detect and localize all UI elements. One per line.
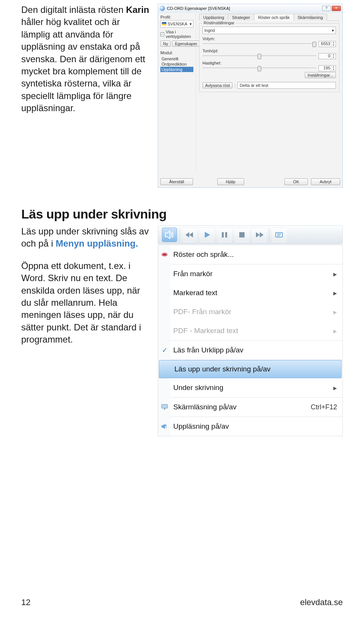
- menu-item-label: Läs från Urklipp på/av: [173, 346, 243, 354]
- menu-item-read-while-typing[interactable]: Läs upp under skrivning på/av: [159, 360, 342, 378]
- ok-button[interactable]: OK: [284, 178, 308, 185]
- svg-rect-1: [225, 232, 227, 237]
- menu-item-label: Från markör: [173, 270, 212, 278]
- svg-point-5: [163, 254, 166, 255]
- pitch-label: Tonhöjd:: [202, 49, 336, 53]
- module-label: Modul:: [160, 50, 193, 55]
- monitor-icon: [160, 403, 169, 411]
- stop-button[interactable]: [234, 228, 249, 242]
- reading-menu: Röster och språk... Från markör ▸ Marker…: [158, 245, 343, 436]
- body-paragraph-1: Den digitalt inlästa rösten Karin håller…: [21, 4, 150, 115]
- menu-item-while-typing[interactable]: Under skrivning ▸: [158, 378, 342, 397]
- help-button[interactable]: Hjälp: [217, 178, 244, 185]
- module-item-reading[interactable]: Uppläsning: [160, 67, 193, 72]
- new-button[interactable]: Ny: [160, 41, 171, 47]
- txt: håller hög kvalitet och är lämplig att a…: [21, 17, 145, 113]
- speed-value[interactable]: 195▲▼: [318, 65, 336, 71]
- voice-value: Ingrid: [204, 28, 215, 33]
- profile-label: Profil:: [160, 15, 193, 19]
- menu-item-label: Under skrivning: [173, 384, 223, 392]
- tab-strip: Uppläsning Strategier Röster och språk S…: [199, 13, 339, 21]
- menu-item-label: Läs upp under skrivning på/av: [174, 365, 271, 373]
- show-in-toolbar-checkbox[interactable]: ✓Visa i verktygslisten: [160, 30, 193, 39]
- body-paragraph-3: Öppna ett dokument, t.ex. i Word. Skriv …: [21, 260, 150, 346]
- submenu-arrow-icon: ▸: [333, 308, 337, 316]
- section-heading: Läs upp under skrivning: [21, 207, 343, 222]
- menu-item-label: PDF- Från markör: [173, 308, 231, 316]
- tab-screenreading[interactable]: Skärmläsning: [293, 14, 327, 21]
- chevron-down-icon: ▾: [332, 28, 334, 33]
- voice-name: Karin: [126, 5, 149, 15]
- tab-reading[interactable]: Uppläsning: [199, 14, 228, 21]
- menu-item-read-clipboard[interactable]: Läs från Urklipp på/av: [158, 341, 342, 360]
- menu-item-label: Röster och språk...: [173, 250, 234, 259]
- speed-slider[interactable]: 195▲▼: [202, 65, 336, 71]
- volume-slider[interactable]: 6553▲▼: [202, 41, 336, 46]
- mouth-icon: [160, 250, 169, 259]
- module-item-wordpred[interactable]: Ordprediktion: [160, 61, 193, 67]
- menu-item-label: Markerad text: [173, 289, 217, 297]
- pause-button[interactable]: [217, 228, 232, 242]
- flag-icon: [162, 22, 166, 25]
- menu-reference: Menyn uppläsning.: [56, 238, 138, 248]
- menu-item-label: Skärmläsning på/av: [173, 403, 237, 411]
- help-icon[interactable]: ?: [322, 6, 331, 11]
- volume-label: Volym:: [202, 36, 336, 41]
- volume-value[interactable]: 6553▲▼: [318, 41, 336, 47]
- site-name: elevdata.se: [300, 598, 343, 607]
- svg-rect-2: [239, 232, 245, 237]
- pitch-slider[interactable]: 0▲▼: [202, 53, 336, 58]
- menu-item-from-cursor[interactable]: Från markör ▸: [158, 264, 342, 283]
- listen-voice-button[interactable]: Avlyssna röst: [202, 82, 232, 88]
- next-button[interactable]: [252, 228, 267, 242]
- menu-item-pdf-marked: PDF - Markerad text ▸: [158, 321, 342, 340]
- svg-rect-3: [276, 233, 282, 237]
- properties-dialog: CD-ORD Egenskaper [SVENSKA] ? ✕ Profil: …: [158, 4, 343, 188]
- tool-button[interactable]: [272, 228, 287, 242]
- svg-rect-7: [164, 409, 165, 410]
- module-item-general[interactable]: Generellt: [160, 56, 193, 61]
- tab-voices[interactable]: Röster och språk: [254, 14, 294, 21]
- voice-dropdown[interactable]: Ingrid ▾: [202, 27, 336, 34]
- test-text-input[interactable]: Detta är ett test: [237, 82, 336, 89]
- app-icon: [160, 6, 165, 11]
- reset-button[interactable]: Återställ: [160, 178, 193, 185]
- svg-rect-6: [162, 404, 168, 408]
- menu-shortcut: Ctrl+F12: [311, 403, 337, 411]
- menu-item-reading-onoff[interactable]: Uppläsning på/av: [158, 417, 342, 436]
- submenu-arrow-icon: ▸: [333, 289, 337, 297]
- speaker-icon: [160, 422, 169, 431]
- prev-button[interactable]: [182, 228, 197, 242]
- txt: Den digitalt inlästa rösten: [21, 5, 126, 15]
- checkbox-label: Visa i verktygslisten: [166, 30, 193, 39]
- speed-label: Hastighet:: [202, 61, 336, 65]
- svg-rect-0: [222, 232, 224, 237]
- group-legend: Röstinställningar: [202, 20, 235, 25]
- profile-dropdown[interactable]: SVENSKA ▾: [160, 20, 193, 28]
- submenu-arrow-icon: ▸: [333, 384, 337, 392]
- dialog-titlebar[interactable]: CD-ORD Egenskaper [SVENSKA] ? ✕: [158, 4, 342, 13]
- dialog-title: CD-ORD Egenskaper [SVENSKA]: [167, 6, 322, 11]
- submenu-arrow-icon: ▸: [333, 327, 337, 335]
- page-number: 12: [21, 598, 30, 607]
- profile-value: SVENSKA: [168, 22, 187, 26]
- speak-dropdown-button[interactable]: [162, 228, 177, 242]
- menu-item-label: Uppläsning på/av: [173, 422, 229, 431]
- menu-item-label: PDF - Markerad text: [173, 327, 238, 335]
- menu-item-pdf-from-cursor: PDF- Från markör ▸: [158, 302, 342, 321]
- pitch-value[interactable]: 0▲▼: [318, 53, 336, 59]
- chevron-down-icon: ▾: [190, 22, 192, 27]
- module-list: Generellt Ordprediktion Uppläsning: [160, 56, 193, 72]
- submenu-arrow-icon: ▸: [333, 270, 337, 278]
- voice-settings-button[interactable]: Inställningar...: [305, 72, 336, 78]
- tab-strategies[interactable]: Strategier: [228, 14, 254, 21]
- play-button[interactable]: [199, 228, 215, 242]
- menu-item-screen-reading[interactable]: Skärmläsning på/av Ctrl+F12: [158, 398, 342, 417]
- menu-item-marked-text[interactable]: Markerad text ▸: [158, 283, 342, 302]
- cancel-button[interactable]: Avbryt: [311, 178, 340, 185]
- voice-settings-group: Röstinställningar Ingrid ▾ Volym: 6553▲▼: [199, 23, 339, 92]
- reading-toolbar: [158, 225, 343, 244]
- menu-item-voices[interactable]: Röster och språk...: [158, 245, 342, 264]
- body-paragraph-2: Läs upp under skrivning slås av och på i…: [21, 225, 150, 250]
- close-icon[interactable]: ✕: [332, 6, 341, 11]
